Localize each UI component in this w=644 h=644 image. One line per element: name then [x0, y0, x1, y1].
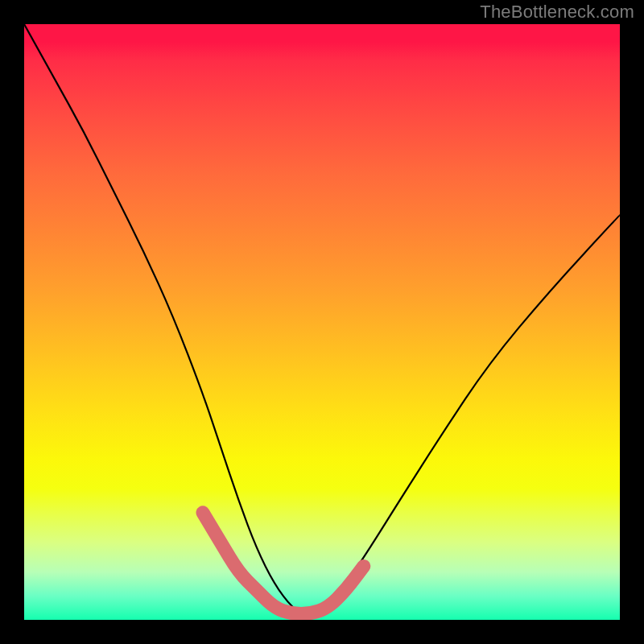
watermark-text: TheBottleneck.com [480, 2, 634, 23]
plot-area [24, 24, 620, 620]
highlight-marker [203, 513, 364, 614]
chart-frame: TheBottleneck.com [0, 0, 644, 644]
curve-svg [24, 24, 620, 620]
bottleneck-curve [24, 24, 620, 617]
